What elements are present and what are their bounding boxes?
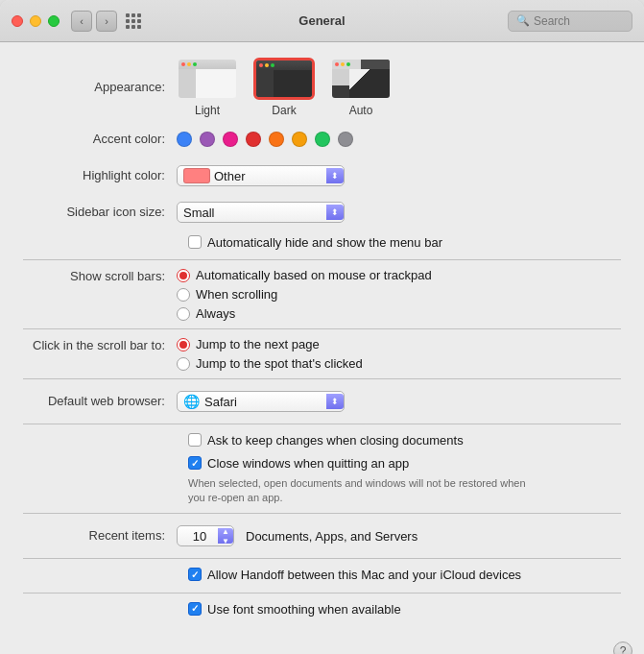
thumb-yellow-dot (265, 63, 269, 67)
grid-dot (137, 25, 141, 29)
maximize-button[interactable] (48, 15, 60, 27)
default-browser-content: 🌐 Safari ⬍ (177, 391, 621, 412)
default-browser-row: Default web browser: 🌐 Safari ⬍ (23, 387, 621, 416)
sidebar-icon-size-label: Sidebar icon size: (23, 205, 177, 221)
appearance-light-label: Light (195, 104, 220, 117)
click-next-page-option[interactable]: Jump to the next page (177, 337, 363, 351)
close-windows-helper: When selected, open documents and window… (188, 476, 534, 506)
ask-keep-changes-checkbox[interactable] (188, 433, 202, 447)
accent-green[interactable] (315, 132, 330, 147)
minimize-button[interactable] (30, 15, 41, 27)
thumb-light (179, 60, 236, 98)
click-scroll-radio-group: Jump to the next page Jump to the spot t… (177, 337, 363, 371)
thumb-light-bar (179, 60, 236, 69)
thumb-light-sidebar (179, 69, 196, 100)
divider-3 (23, 378, 621, 379)
accent-purple[interactable] (200, 132, 215, 147)
thumb-dark-sidebar (256, 70, 274, 100)
default-browser-dropdown[interactable]: 🌐 Safari ⬍ (177, 391, 345, 412)
handoff-checkbox[interactable] (188, 568, 202, 581)
recent-items-dropdown[interactable]: 10 ▲ ▼ (177, 525, 234, 546)
appearance-options: Light (177, 58, 621, 117)
font-smoothing-label: Use font smoothing when available (207, 601, 401, 618)
scroll-auto-label: Automatically based on mouse or trackpad (196, 268, 432, 282)
appearance-dark-label: Dark (272, 104, 296, 117)
accent-graphite[interactable] (338, 132, 353, 147)
ask-keep-changes-row: Ask to keep changes when closing documen… (188, 432, 621, 449)
appearance-light-thumbnail[interactable] (177, 58, 238, 100)
accent-colors-list (177, 132, 353, 147)
grid-dot (131, 25, 135, 29)
thumb-red-dot (181, 62, 185, 66)
accent-blue[interactable] (177, 132, 192, 147)
divider-6 (23, 558, 621, 559)
search-input[interactable] (534, 14, 624, 28)
appearance-auto-option[interactable]: Auto (330, 58, 392, 117)
accent-yellow[interactable] (292, 132, 307, 147)
titlebar: ‹ › General 🔍 (0, 0, 644, 42)
grid-view-button[interactable] (123, 11, 144, 32)
settings-content: Appearance: (0, 42, 644, 638)
click-spot-radio[interactable] (177, 357, 190, 371)
thumb-auto (332, 60, 390, 98)
grid-icon (126, 13, 141, 29)
close-windows-row: Close windows when quitting an app (188, 455, 621, 472)
thumb-dark-bar (256, 61, 312, 70)
scroll-auto-option[interactable]: Automatically based on mouse or trackpad (177, 268, 432, 282)
thumb-auto-bar (332, 60, 390, 69)
click-spot-option[interactable]: Jump to the spot that's clicked (177, 356, 363, 371)
close-button[interactable] (12, 15, 23, 27)
thumb-auto-sidebar (332, 69, 349, 100)
appearance-auto-label: Auto (349, 104, 373, 117)
grid-dot (131, 19, 135, 23)
default-browser-arrow: ⬍ (326, 394, 344, 409)
forward-button[interactable]: › (96, 11, 117, 32)
close-windows-label: Close windows when quitting an app (207, 455, 409, 472)
divider-7 (23, 593, 621, 593)
appearance-light-option[interactable]: Light (177, 58, 238, 117)
recent-items-arrow: ▲ ▼ (218, 528, 233, 544)
sidebar-icon-size-dropdown[interactable]: Small ⬍ (177, 202, 345, 223)
sidebar-icon-size-arrow: ⬍ (326, 205, 344, 220)
scroll-auto-radio[interactable] (177, 269, 190, 282)
scroll-bars-label: Show scroll bars: (23, 268, 177, 285)
scroll-bars-radio-group: Automatically based on mouse or trackpad… (177, 268, 432, 321)
accent-red[interactable] (246, 132, 261, 147)
sidebar-icon-size-value: Small (183, 206, 326, 220)
scroll-always-option[interactable]: Always (177, 306, 432, 321)
appearance-auto-thumbnail[interactable] (330, 58, 392, 100)
appearance-dark-thumbnail[interactable] (253, 58, 315, 100)
help-button[interactable]: ? (613, 642, 632, 654)
search-box[interactable]: 🔍 (508, 11, 632, 32)
thumb-yellow-dot (187, 62, 191, 66)
close-windows-checkbox[interactable] (188, 456, 202, 470)
thumb-red-dot (259, 63, 263, 67)
appearance-dark-option[interactable]: Dark (253, 58, 315, 117)
back-button[interactable]: ‹ (71, 11, 92, 32)
click-next-page-radio[interactable] (177, 338, 190, 351)
ask-keep-changes-label: Ask to keep changes when closing documen… (207, 432, 464, 449)
safari-icon: 🌐 (183, 394, 200, 409)
click-spot-label: Jump to the spot that's clicked (196, 356, 363, 371)
scroll-bars-options: Automatically based on mouse or trackpad… (177, 268, 621, 321)
thumb-green-dot (346, 62, 350, 66)
nav-buttons: ‹ › (71, 11, 117, 32)
highlight-color-content: Other ⬍ (177, 165, 621, 186)
grid-dot (137, 13, 141, 17)
thumb-light-content (196, 69, 236, 98)
grid-dot (126, 25, 130, 29)
menu-bar-label: Automatically hide and show the menu bar (207, 234, 442, 252)
grid-dot (126, 19, 130, 23)
font-smoothing-checkbox[interactable] (188, 602, 202, 616)
bottom-bar: ? (0, 638, 644, 654)
scroll-always-radio[interactable] (177, 307, 190, 321)
grid-dot (126, 13, 130, 17)
scroll-when-radio[interactable] (177, 288, 190, 302)
handoff-label: Allow Handoff between this Mac and your … (207, 567, 521, 584)
highlight-color-dropdown[interactable]: Other ⬍ (177, 165, 345, 186)
accent-pink[interactable] (223, 132, 238, 147)
scroll-when-scrolling-option[interactable]: When scrolling (177, 287, 432, 302)
thumb-green-dot (271, 63, 274, 67)
accent-orange[interactable] (269, 132, 284, 147)
menu-bar-checkbox[interactable] (188, 235, 202, 249)
